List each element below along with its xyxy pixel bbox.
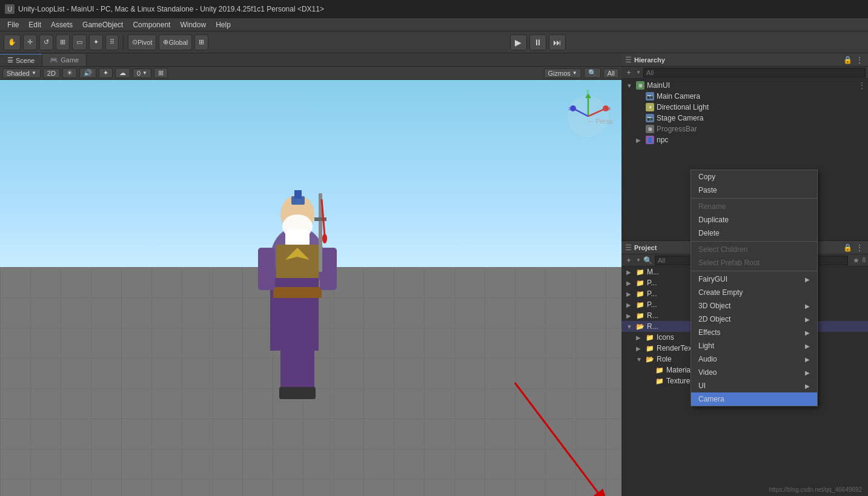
gizmo-svg: y x z (561, 86, 615, 141)
scene-gizmo: y x z (561, 86, 615, 141)
persp-label: ← Persp (587, 117, 613, 125)
ctx-create-empty[interactable]: Create Empty (691, 286, 817, 299)
hierarchy-lock-btn[interactable]: 🔒 (843, 55, 852, 65)
hier-icon-npc: 👤 (646, 136, 654, 144)
menu-help[interactable]: Help (211, 19, 236, 30)
hand-tool-btn[interactable]: ✋ (4, 35, 21, 50)
svg-rect-19 (294, 190, 302, 199)
pivot-btn[interactable]: ⊙ Pivot (128, 35, 156, 50)
pause-btn[interactable]: ⏸ (529, 35, 546, 50)
proj-label-m: M... (647, 268, 659, 276)
ctx-select-prefab-root: Select Prefab Root (691, 256, 817, 269)
proj-label-icons: Icons (657, 333, 674, 342)
svg-rect-17 (296, 387, 316, 399)
svg-text:y: y (586, 88, 589, 94)
menu-component[interactable]: Component (128, 19, 175, 30)
tab-game[interactable]: 🎮 Game (42, 54, 87, 66)
hier-item-progressbar[interactable]: ⊞ ProgressBar (621, 124, 868, 134)
ctx-light[interactable]: Light ▶ (691, 339, 817, 352)
hier-item-mainui[interactable]: ▼ ⊞ MainUI ⋮ (621, 80, 868, 91)
lighting-btn[interactable]: ☀ (62, 68, 77, 78)
hier-label-stagecamera: Stage Camera (657, 114, 703, 122)
proj-arrow-r1: ▶ (626, 312, 634, 319)
ctx-delete[interactable]: Delete (691, 227, 817, 240)
svg-text:x: x (608, 105, 611, 111)
svg-rect-16 (279, 387, 299, 399)
project-more-btn[interactable]: ⋮ (855, 243, 864, 253)
project-add-btn[interactable]: + (624, 256, 634, 265)
menu-gameobject[interactable]: GameObject (78, 19, 128, 30)
ctx-ui-arrow-icon: ▶ (805, 383, 810, 389)
ctx-audio[interactable]: Audio ▶ (691, 352, 817, 366)
svg-point-26 (570, 105, 576, 111)
hier-item-npc[interactable]: ▶ 👤 npc (621, 134, 868, 145)
game-tab-label: Game (61, 56, 79, 64)
rotate-tool-btn[interactable]: ↺ (39, 35, 53, 50)
project-fav-icon: ★ (853, 256, 860, 265)
play-btn[interactable]: ▶ (510, 35, 527, 50)
svg-rect-8 (258, 248, 275, 290)
grid-btn[interactable]: ⊞ (154, 68, 168, 78)
context-menu: Copy Paste Rename Duplicate Delete Selec… (691, 170, 818, 406)
hierarchy-list-icon: ☰ (625, 56, 632, 64)
hier-item-stagecamera[interactable]: 📷 Stage Camera (621, 113, 868, 124)
custom-tool-btn[interactable]: ⠿ (105, 35, 119, 50)
2d-toggle[interactable]: 2D (43, 68, 60, 78)
search-scene-btn[interactable]: 🔍 (584, 68, 601, 78)
proj-arrow-p1: ▶ (626, 280, 634, 286)
hier-item-maincamera[interactable]: 📷 Main Camera (621, 91, 868, 102)
project-lock-btn[interactable]: 🔒 (843, 243, 852, 253)
menu-window[interactable]: Window (175, 19, 211, 30)
hierarchy-more-btn[interactable]: ⋮ (855, 55, 864, 65)
ctx-video[interactable]: Video ▶ (691, 366, 817, 379)
menu-file[interactable]: File (2, 19, 24, 30)
ctx-ui[interactable]: UI ▶ (691, 379, 817, 392)
hier-more-mainui[interactable]: ⋮ (858, 81, 866, 90)
transform-tool-btn[interactable]: ✦ (89, 35, 103, 50)
ctx-camera-label: Camera (698, 395, 724, 403)
hier-icon-dirlight: ☀ (646, 103, 654, 111)
proj-arrow-r2: ▼ (626, 323, 634, 330)
global-btn[interactable]: ⊕ Global (159, 35, 192, 50)
hide-btn[interactable]: ☁ (115, 68, 130, 78)
project-search-icon: 🔍 (643, 256, 652, 265)
step-btn[interactable]: ⏭ (549, 35, 566, 50)
svg-rect-11 (314, 217, 326, 221)
hierarchy-add-arrow: ▼ (636, 70, 641, 75)
menu-edit[interactable]: Edit (24, 19, 46, 30)
ctx-copy-label: Copy (698, 173, 715, 181)
scene-view[interactable]: y x z ← Persp (0, 80, 621, 496)
rect-tool-btn[interactable]: ▭ (72, 35, 87, 50)
character-svg (231, 169, 364, 423)
project-layers-count: 8 (862, 257, 866, 263)
move-tool-btn[interactable]: ✛ (23, 35, 37, 50)
audio-btn[interactable]: 🔊 (79, 68, 96, 78)
snap-btn[interactable]: ⊞ (194, 35, 208, 50)
ctx-2d-object[interactable]: 2D Object ▶ (691, 312, 817, 326)
all-layers-label[interactable]: All (603, 68, 619, 78)
hier-label-mainui: MainUI (647, 81, 670, 90)
ctx-duplicate-label: Duplicate (698, 216, 729, 224)
hierarchy-search-input[interactable] (643, 68, 866, 78)
ctx-effects[interactable]: Effects ▶ (691, 326, 817, 339)
ctx-paste[interactable]: Paste (691, 184, 817, 197)
hierarchy-search-bar: + ▼ (621, 67, 868, 79)
ctx-3d-object[interactable]: 3D Object ▶ (691, 299, 817, 312)
scale-tool-btn[interactable]: ⊞ (56, 35, 70, 50)
proj-arrow-m: ▶ (626, 269, 634, 276)
ctx-camera[interactable]: Camera (691, 392, 817, 406)
hier-item-dirlight[interactable]: ☀ Directional Light (621, 102, 868, 113)
ctx-select-children-label: Select Children (698, 245, 747, 254)
shaded-dropdown[interactable]: Shaded ▼ (2, 68, 41, 78)
global-icon: ⊕ (163, 38, 168, 46)
effects-btn[interactable]: ✦ (99, 68, 113, 78)
layer-btn[interactable]: 0 ▼ (133, 68, 151, 78)
ctx-duplicate[interactable]: Duplicate (691, 213, 817, 227)
hierarchy-add-btn[interactable]: + (624, 68, 634, 78)
gizmos-dropdown[interactable]: Gizmos ▼ (544, 68, 581, 78)
ctx-copy[interactable]: Copy (691, 170, 817, 184)
ctx-effects-arrow-icon: ▶ (805, 329, 810, 336)
tab-scene[interactable]: ☰ Scene (0, 54, 42, 66)
menu-assets[interactable]: Assets (46, 19, 78, 30)
ctx-fairygui[interactable]: FairyGUI ▶ (691, 273, 817, 286)
